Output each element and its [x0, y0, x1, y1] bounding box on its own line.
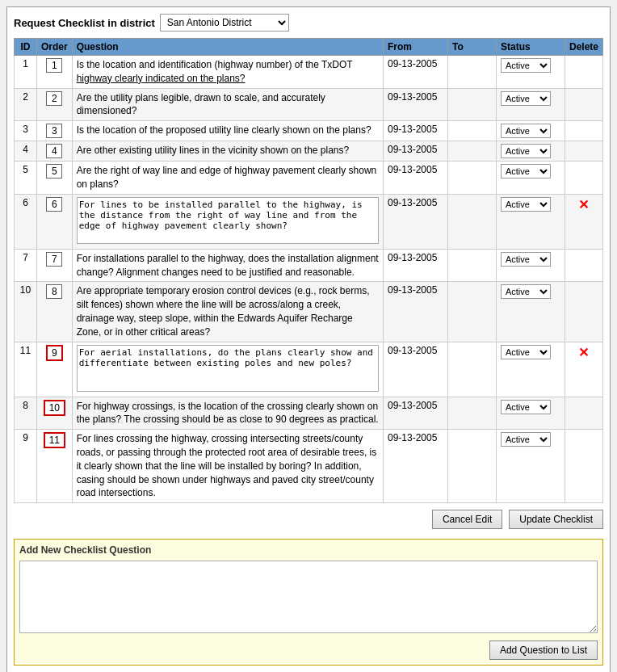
status-select[interactable]: ActiveInactive	[501, 400, 551, 414]
question-text: Is the location of the proposed utility …	[77, 124, 371, 136]
cell-id: 8	[15, 397, 37, 430]
cell-question: For highway crossings, is the location o…	[72, 397, 383, 430]
status-select[interactable]: ActiveInactive	[501, 252, 551, 267]
cell-id: 3	[15, 121, 37, 141]
cell-from: 09-13-2005	[383, 88, 447, 121]
status-select[interactable]: ActiveInactive	[501, 124, 551, 138]
cell-status[interactable]: ActiveInactive	[496, 430, 565, 503]
cell-delete	[565, 249, 602, 282]
cancel-edit-button[interactable]: Cancel Edit	[432, 510, 502, 529]
add-question-button[interactable]: Add Question to List	[489, 640, 598, 660]
col-header-id: ID	[15, 39, 37, 56]
status-select[interactable]: ActiveInactive	[501, 345, 551, 359]
cell-status[interactable]: ActiveInactive	[496, 249, 565, 282]
table-row: 6609-13-2005ActiveInactive✕	[15, 194, 603, 249]
add-section-title: Add New Checklist Question	[19, 544, 598, 556]
button-row: Cancel Edit Update Checklist	[14, 510, 603, 529]
checklist-table: ID Order Question From To Status Delete …	[14, 38, 603, 503]
delete-icon[interactable]: ✕	[578, 198, 589, 212]
cell-id: 5	[15, 162, 37, 195]
cell-from: 09-13-2005	[383, 430, 447, 503]
cell-from: 09-13-2005	[383, 282, 447, 342]
cell-to	[447, 397, 496, 430]
table-row: 911For lines crossing the highway, cross…	[15, 430, 603, 503]
table-row: 810For highway crossings, is the locatio…	[15, 397, 603, 430]
order-box: 2	[46, 91, 62, 106]
cell-order: 3	[37, 121, 73, 141]
cell-from: 09-13-2005	[383, 342, 447, 397]
question-text: For installations parallel to the highwa…	[77, 253, 379, 278]
add-question-textarea[interactable]	[19, 561, 598, 633]
cell-status[interactable]: ActiveInactive	[496, 56, 565, 89]
cell-status[interactable]: ActiveInactive	[496, 162, 565, 195]
cell-order: 2	[37, 88, 73, 121]
order-box: 6	[46, 197, 62, 212]
cell-to	[447, 282, 496, 342]
status-select[interactable]: ActiveInactive	[501, 91, 551, 106]
status-select[interactable]: ActiveInactive	[501, 58, 551, 73]
cell-to	[447, 88, 496, 121]
cell-to	[447, 56, 496, 89]
page-wrapper: Request Checklist in district San Antoni…	[6, 6, 611, 672]
table-row: 108Are appropriate temporary erosion con…	[15, 282, 603, 342]
cell-id: 6	[15, 194, 37, 249]
cell-order: 7	[37, 249, 73, 282]
district-select[interactable]: San Antonio District	[160, 14, 289, 32]
status-select[interactable]: ActiveInactive	[501, 432, 551, 447]
cell-delete[interactable]: ✕	[565, 194, 602, 249]
status-select[interactable]: ActiveInactive	[501, 144, 551, 158]
table-row: 11Is the location and identification (hi…	[15, 56, 603, 89]
cell-to	[447, 121, 496, 141]
cell-delete	[565, 121, 602, 141]
table-row: 11909-13-2005ActiveInactive✕	[15, 342, 603, 397]
cell-delete	[565, 88, 602, 121]
cell-to	[447, 141, 496, 162]
cell-id: 9	[15, 430, 37, 503]
cell-to	[447, 342, 496, 397]
table-row: 44Are other existing utility lines in th…	[15, 141, 603, 162]
status-select[interactable]: ActiveInactive	[501, 197, 551, 212]
cell-status[interactable]: ActiveInactive	[496, 342, 565, 397]
cell-id: 11	[15, 342, 37, 397]
status-select[interactable]: ActiveInactive	[501, 284, 551, 299]
cell-order: 4	[37, 141, 73, 162]
cell-id: 4	[15, 141, 37, 162]
delete-icon[interactable]: ✕	[578, 346, 589, 359]
cell-order: 6	[37, 194, 73, 249]
cell-delete[interactable]: ✕	[565, 342, 602, 397]
question-textarea[interactable]	[77, 197, 379, 244]
order-box: 10	[44, 400, 65, 416]
update-checklist-button[interactable]: Update Checklist	[509, 510, 603, 529]
col-header-from: From	[383, 39, 447, 56]
cell-status[interactable]: ActiveInactive	[496, 194, 565, 249]
cell-status[interactable]: ActiveInactive	[496, 88, 565, 121]
order-box: 9	[46, 345, 63, 361]
question-textarea[interactable]	[77, 345, 379, 392]
question-text: Are the utility plans legible, drawn to …	[77, 92, 325, 117]
cell-from: 09-13-2005	[383, 194, 447, 249]
cell-status[interactable]: ActiveInactive	[496, 282, 565, 342]
col-header-status: Status	[496, 39, 565, 56]
cell-to	[447, 430, 496, 503]
cell-question[interactable]	[72, 342, 383, 397]
cell-question[interactable]	[72, 194, 383, 249]
cell-id: 2	[15, 88, 37, 121]
question-text: Are other existing utility lines in the …	[77, 145, 350, 156]
col-header-to: To	[447, 39, 496, 56]
cell-from: 09-13-2005	[383, 141, 447, 162]
cell-status[interactable]: ActiveInactive	[496, 141, 565, 162]
cell-question: For installations parallel to the highwa…	[72, 249, 383, 282]
order-box: 11	[44, 432, 65, 448]
cell-question: Are other existing utility lines in the …	[72, 141, 383, 162]
cell-id: 7	[15, 249, 37, 282]
cell-status[interactable]: ActiveInactive	[496, 121, 565, 141]
status-select[interactable]: ActiveInactive	[501, 164, 551, 178]
cell-status[interactable]: ActiveInactive	[496, 397, 565, 430]
cell-order: 9	[37, 342, 73, 397]
cell-delete	[565, 162, 602, 195]
cell-delete	[565, 141, 602, 162]
cell-question: Are the utility plans legible, drawn to …	[72, 88, 383, 121]
cell-question: Is the location and identification (high…	[72, 56, 383, 89]
header-row: Request Checklist in district San Antoni…	[14, 14, 603, 32]
cell-delete	[565, 397, 602, 430]
